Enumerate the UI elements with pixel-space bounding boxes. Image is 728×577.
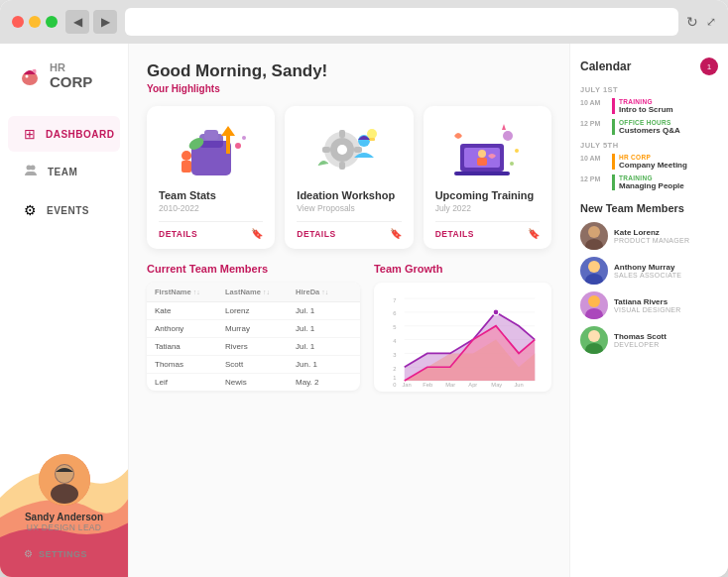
member-info-tatiana: Tatiana Rivers VISUAL DESIGNER [614,297,681,313]
address-bar[interactable] [125,8,678,36]
table-row[interactable]: Kate Lorenz Jul. 1 [147,302,360,320]
cal-event-intro-scrum[interactable]: 10 AM TRAINING Intro to Scrum [580,98,718,114]
forward-button[interactable]: ▶ [93,10,117,34]
close-button[interactable] [12,16,24,28]
card-illustration-ideation [297,116,401,183]
sidebar-bottom: Sandy Anderson UX DESIGN LEAD ⚙ SETTINGS [0,438,128,577]
team-members-title: Current Team Members [147,263,360,275]
member-item-thomas[interactable]: Thomas Scott DEVELOPER [580,326,718,354]
svg-text:Apr: Apr [468,382,477,388]
greeting-section: Good Morning, Sandy! Your Highlights [147,61,551,94]
minimize-button[interactable] [29,16,41,28]
cal-time-12pm-1: 12 PM [580,120,606,127]
col-hiredate: HireDa ↑↓ [296,288,352,296]
logo-text-corp: CORP [50,73,92,90]
svg-rect-23 [354,147,362,153]
calendar-date-july1: JULY 1ST [580,85,718,94]
cal-event-name-qa: Customers Q&A [619,126,680,135]
cal-event-name-scrum: Intro to Scrum [619,105,673,114]
svg-point-3 [31,166,36,171]
refresh-button[interactable]: ↻ [686,14,698,30]
member-item-tatiana[interactable]: Tatiana Rivers VISUAL DESIGNER [580,291,718,319]
cal-event-qa[interactable]: 12 PM OFFICE HOURS Customers Q&A [580,119,718,135]
svg-text:Jan: Jan [402,382,411,388]
sidebar-label-dashboard: DASHBOARD [46,129,115,140]
sort-icon-firstname[interactable]: ↑↓ [193,288,200,295]
sidebar-item-events[interactable]: ⚙ EVENTS [8,192,120,228]
sort-icon-lastname[interactable]: ↑↓ [263,288,270,295]
maximize-button[interactable] [46,16,58,28]
table-row[interactable]: Leif Newis May. 2 [147,374,360,391]
sidebar: HR CORP ⊞ DASHBOARD TEAM [0,44,129,577]
table-row[interactable]: Anthony Murray Jul. 1 [147,320,360,338]
cell-first: Tatiana [155,342,225,351]
back-button[interactable]: ◀ [65,10,89,34]
svg-text:1: 1 [393,375,396,381]
browser-window: ◀ ▶ ↻ ⤢ HR CORP [0,0,728,577]
settings-item[interactable]: ⚙ SETTINGS [8,540,120,567]
notification-badge[interactable]: 1 [700,58,718,75]
svg-point-16 [242,136,246,140]
svg-rect-26 [369,138,375,141]
sort-icon-hiredate[interactable]: ↑↓ [321,288,328,295]
member-avatar-tatiana [580,291,608,319]
team-members-section: Current Team Members FirstName ↑↓ LastNa… [147,263,360,392]
member-avatar-thomas [580,326,608,354]
cal-event-type-managing: TRAINING [619,174,684,181]
svg-text:2: 2 [393,366,396,372]
card-link-team-stats[interactable]: DETAILS [159,229,197,239]
svg-point-62 [588,261,600,273]
table-row[interactable]: Thomas Scott Jun. 1 [147,356,360,374]
main-content: Good Morning, Sandy! Your Highlights [129,44,569,577]
cell-date: Jun. 1 [296,360,352,369]
cell-date: Jul. 1 [296,342,352,351]
dashboard-icon: ⊞ [24,126,36,142]
svg-point-67 [585,343,603,354]
card-link-training[interactable]: DETAILS [435,229,474,239]
svg-text:7: 7 [393,297,396,303]
calendar-header: Calendar 1 [580,58,718,75]
svg-point-15 [235,143,241,149]
card-training: Upcoming Training July 2022 DETAILS 🔖 [424,106,551,249]
cell-first: Thomas [155,360,225,369]
member-name-tatiana: Tatiana Rivers [614,297,681,306]
cell-date: May. 2 [296,378,352,387]
svg-point-32 [503,131,513,141]
member-role-tatiana: VISUAL DESIGNER [614,306,681,313]
sidebar-item-team[interactable]: TEAM [8,154,120,190]
member-name-kate: Kate Lorenz [614,228,689,237]
nav-buttons: ◀ ▶ [65,10,117,34]
cal-event-managing[interactable]: 12 PM TRAINING Managing People [580,174,718,190]
svg-text:Feb: Feb [423,382,432,388]
card-footer-ideation: DETAILS 🔖 [297,221,401,239]
svg-text:3: 3 [393,352,396,358]
team-growth-title: Team Growth [374,263,551,275]
table-row[interactable]: Tatiana Rivers Jul. 1 [147,338,360,356]
svg-text:Jun: Jun [514,382,523,388]
cell-last: Scott [225,360,296,369]
sidebar-item-dashboard[interactable]: ⊞ DASHBOARD [8,116,120,152]
card-sub-ideation: View Proposals [297,203,401,213]
logo-text-hr: HR [50,61,92,73]
member-item-anthony[interactable]: Anthony Murray SALES ASSOCIATE [580,257,718,285]
user-avatar-section: Sandy Anderson UX DESIGN LEAD [0,438,128,540]
cell-last: Murray [225,324,296,333]
svg-point-61 [585,239,603,250]
svg-point-19 [337,145,347,155]
bookmark-icon-ideation: 🔖 [390,228,402,239]
svg-point-65 [585,308,603,319]
right-panel: Calendar 1 JULY 1ST 10 AM TRAINING Intro… [569,44,728,577]
cal-event-company-meeting[interactable]: 10 AM HR CORP Company Meeting [580,154,718,170]
svg-point-25 [367,129,377,139]
member-info-thomas: Thomas Scott DEVELOPER [614,332,667,348]
card-link-ideation[interactable]: DETAILS [297,229,335,239]
cell-date: Jul. 1 [296,306,352,315]
bottom-section: Current Team Members FirstName ↑↓ LastNa… [147,263,551,392]
svg-rect-20 [339,130,345,138]
new-members-title: New Team Members [580,202,718,214]
svg-rect-31 [477,158,487,166]
member-item-kate[interactable]: Kate Lorenz PRODUCT MANAGER [580,222,718,250]
svg-point-34 [510,162,514,166]
cal-time-12pm-2: 12 PM [580,175,606,182]
cal-event-name-managing: Managing People [619,181,684,190]
